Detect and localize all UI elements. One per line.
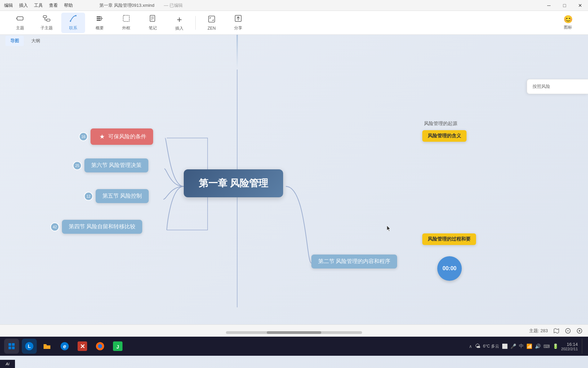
summary-icon xyxy=(96,14,104,25)
systray-ime-icon[interactable]: 中 xyxy=(519,343,524,349)
badge-4: 42 xyxy=(50,223,59,231)
badge-1: 16 xyxy=(79,132,88,141)
badge-3: 12 xyxy=(84,192,93,201)
taskbar-app-x[interactable]: ✕ xyxy=(75,339,90,354)
toolbar-relation-label: 联系 xyxy=(69,25,77,31)
svg-rect-18 xyxy=(209,16,215,22)
menu-edit[interactable]: 编辑 xyxy=(4,2,13,9)
toolbar-topic-label: 主题 xyxy=(16,25,24,31)
svg-point-7 xyxy=(75,15,77,16)
svg-rect-13 xyxy=(123,15,129,21)
toolbar-frame-label: 外框 xyxy=(122,25,130,31)
systray-datetime[interactable]: 16:14 2022/2/11 xyxy=(561,342,578,351)
node-wrapper-3: 12 第五节 风险控制 xyxy=(84,189,149,203)
ai-button[interactable]: Ai xyxy=(0,360,15,368)
zen-icon xyxy=(208,15,216,25)
systray-mic-icon: 🎤 xyxy=(510,343,516,349)
svg-point-39 xyxy=(98,344,102,348)
scrollbar-horizontal[interactable] xyxy=(226,331,362,334)
canvas[interactable]: 第一章 风险管理 16 ★ 可保风险的条件 25 第六节 风险管理决策 12 第… xyxy=(0,35,588,368)
yellow-node-2[interactable]: 风险管理的过程和要 xyxy=(422,233,476,245)
insert-icon: + xyxy=(177,14,182,25)
toolbar: 主题 子主题 联系 概要 外框 笔记 + 插入 xyxy=(0,11,588,35)
relation-icon xyxy=(69,14,77,25)
taskbar-edge[interactable]: e xyxy=(57,339,72,354)
zoom-out-btn[interactable] xyxy=(565,328,571,334)
taskbar-jq[interactable]: J xyxy=(110,339,125,354)
cursor xyxy=(387,226,392,234)
toolbar-zen[interactable]: ZEN xyxy=(200,13,224,33)
topic-icon xyxy=(16,14,24,25)
emoji-icon: 😊 xyxy=(564,15,573,24)
maximize-button[interactable]: □ xyxy=(557,0,572,11)
toolbar-summary[interactable]: 概要 xyxy=(88,13,112,33)
systray-time: 16:14 xyxy=(567,342,578,347)
toolbar-icon-btn[interactable]: 😊 图标 xyxy=(556,13,580,33)
node-5[interactable]: 第二节 风险管理的内容和程序 xyxy=(311,255,397,269)
toolbar-frame[interactable]: 外框 xyxy=(114,13,138,33)
timer-circle[interactable]: 00:00 xyxy=(437,256,462,281)
note-icon xyxy=(149,14,157,25)
svg-rect-0 xyxy=(17,17,23,20)
toolbar-relation[interactable]: 联系 xyxy=(61,13,85,33)
toolbar-note[interactable]: 笔记 xyxy=(141,13,165,33)
start-menu-icon[interactable] xyxy=(4,339,19,354)
tab-bar: 导图 大纲 xyxy=(0,35,68,47)
toolbar-subtopic[interactable]: 子主题 xyxy=(35,13,59,33)
node-1[interactable]: ★ 可保风险的条件 xyxy=(91,128,153,145)
toolbar-share[interactable]: 分享 xyxy=(226,13,250,33)
share-icon xyxy=(234,14,242,25)
systray-weather: 6°C 多云 xyxy=(483,343,499,349)
central-node[interactable]: 第一章 风险管理 xyxy=(184,169,283,197)
timer-display: 00:00 xyxy=(443,265,457,272)
menu-view[interactable]: 查看 xyxy=(49,2,58,9)
toolbar-share-label: 分享 xyxy=(234,25,242,31)
minimize-button[interactable]: ─ xyxy=(541,0,557,11)
subtopic-icon xyxy=(43,14,51,25)
toolbar-divider xyxy=(195,16,196,30)
systray-arrows[interactable]: ∧ xyxy=(469,344,472,349)
right-text-label-1: 风险管理的起源 xyxy=(424,121,457,127)
node-wrapper-2: 25 第六节 风险管理决策 xyxy=(73,158,148,172)
star-icon: ★ xyxy=(97,132,107,141)
node-2[interactable]: 第六节 风险管理决策 xyxy=(84,158,148,172)
systray-wifi-icon: 📶 xyxy=(526,343,532,349)
frame-icon xyxy=(122,14,130,25)
svg-rect-2 xyxy=(43,16,47,18)
svg-text:L: L xyxy=(28,343,31,349)
svg-rect-29 xyxy=(12,343,15,346)
systray-battery-icon: 🔋 xyxy=(553,343,558,349)
svg-rect-8 xyxy=(97,16,101,17)
tab-mindmap[interactable]: 导图 xyxy=(5,36,24,46)
svg-rect-9 xyxy=(97,18,101,19)
topic-count-value: 283 xyxy=(540,328,548,333)
close-button[interactable]: ✕ xyxy=(572,0,588,11)
yellow-node-1[interactable]: 风险管理的含义 xyxy=(422,130,467,142)
map-icon[interactable] xyxy=(553,328,559,334)
toolbar-insert[interactable]: + 插入 xyxy=(167,13,191,33)
taskbar-firefox[interactable] xyxy=(93,339,108,354)
topic-count-label: 主题: xyxy=(529,328,539,334)
menu-tools[interactable]: 工具 xyxy=(34,2,43,9)
node-3[interactable]: 第五节 风险控制 xyxy=(96,189,149,203)
tab-outline[interactable]: 大纲 xyxy=(27,36,45,46)
window-controls: ─ □ ✕ xyxy=(541,0,588,11)
systray-show-desktop[interactable] xyxy=(582,339,584,354)
svg-marker-22 xyxy=(387,226,390,231)
menu-insert[interactable]: 插入 xyxy=(19,2,28,9)
svg-rect-10 xyxy=(97,20,101,21)
taskbar-browser-l[interactable]: L xyxy=(22,339,37,354)
toolbar-topic[interactable]: 主题 xyxy=(8,13,32,33)
svg-point-6 xyxy=(70,20,71,22)
right-top-box: 按照风险 xyxy=(527,79,588,94)
zoom-in-btn[interactable] xyxy=(576,328,583,334)
systray-volume-icon: 🔊 xyxy=(535,343,541,349)
node-4[interactable]: 第四节 风险自留和转移比较 xyxy=(62,220,142,234)
taskbar-explorer[interactable] xyxy=(39,339,54,354)
topic-count: 主题: 283 xyxy=(529,328,548,334)
menu-help[interactable]: 帮助 xyxy=(64,2,73,9)
toolbar-zen-label: ZEN xyxy=(208,26,216,31)
toolbar-subtopic-label: 子主题 xyxy=(40,25,53,31)
svg-text:J: J xyxy=(116,344,119,350)
systray-date: 2022/2/11 xyxy=(561,347,578,351)
